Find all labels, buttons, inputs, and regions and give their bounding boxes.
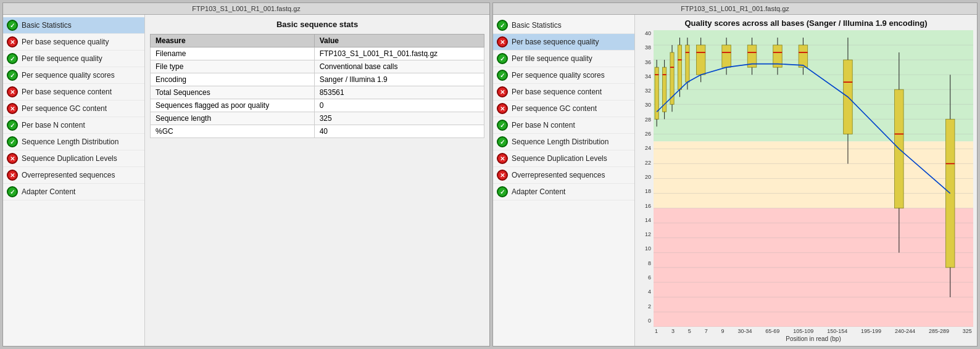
y-axis-tick: 26 xyxy=(645,131,651,137)
table-cell: Sequences flagged as poor quality xyxy=(151,99,315,112)
fail-icon xyxy=(7,86,18,97)
nav-item-seq-dup-levels[interactable]: Sequence Duplication Levels xyxy=(3,150,144,167)
table-cell: Conventional base calls xyxy=(314,60,484,73)
nav-item-per-base-content[interactable]: Per base sequence content xyxy=(493,84,634,101)
y-axis-tick: 14 xyxy=(645,217,651,223)
nav-item-label: Basic Statistics xyxy=(512,21,562,30)
pass-icon xyxy=(7,120,18,131)
nav-item-adapter-content[interactable]: Adapter Content xyxy=(3,184,144,200)
x-axis-tick: 150-154 xyxy=(827,328,847,334)
svg-rect-43 xyxy=(696,45,705,75)
svg-rect-35 xyxy=(678,45,681,89)
quality-chart-svg xyxy=(654,30,973,327)
pass-icon xyxy=(497,20,508,31)
left-panel: FTP103_S1_L001_R1_001.fastq.gz Basic Sta… xyxy=(2,2,490,347)
nav-item-per-seq-quality[interactable]: Per sequence quality scores xyxy=(493,67,634,84)
nav-item-label: Adapter Content xyxy=(22,187,75,196)
chart-wrapper: 4038363432302826242220181614121086420 xyxy=(639,30,973,342)
y-axis-tick: 36 xyxy=(645,59,651,65)
nav-item-adapter-content[interactable]: Adapter Content xyxy=(493,184,634,200)
y-axis-tick: 4 xyxy=(648,289,651,295)
nav-item-per-base-n[interactable]: Per base N content xyxy=(493,117,634,134)
nav-item-overrep-seqs[interactable]: Overrepresented sequences xyxy=(3,167,144,184)
svg-rect-39 xyxy=(686,45,689,82)
table-cell: FTP103_S1_L001_R1_001.fastq.gz xyxy=(314,47,484,60)
y-axis-tick: 24 xyxy=(645,145,651,151)
pass-icon xyxy=(497,120,508,131)
x-axis-tick: 240-244 xyxy=(895,328,915,334)
left-nav-list: Basic StatisticsPer base sequence qualit… xyxy=(3,15,145,346)
pass-icon xyxy=(497,186,508,197)
chart-area: Quality scores across all bases (Sanger … xyxy=(635,15,977,346)
nav-item-per-base-content[interactable]: Per base sequence content xyxy=(3,84,144,101)
nav-item-per-tile-quality[interactable]: Per tile sequence quality xyxy=(493,51,634,67)
nav-item-label: Per base sequence quality xyxy=(22,38,109,46)
nav-item-label: Per sequence quality scores xyxy=(22,71,115,80)
y-axis-tick: 2 xyxy=(648,303,651,310)
pass-icon xyxy=(7,136,18,147)
nav-item-label: Sequence Length Distribution xyxy=(512,138,608,146)
nav-item-seq-dup-levels[interactable]: Sequence Duplication Levels xyxy=(493,150,634,167)
nav-item-per-seq-gc[interactable]: Per sequence GC content xyxy=(493,101,634,117)
nav-item-label: Per tile sequence quality xyxy=(22,54,102,63)
stats-table-title: Basic sequence stats xyxy=(150,20,484,29)
nav-item-per-seq-gc[interactable]: Per sequence GC content xyxy=(3,101,144,117)
nav-item-basic-stats[interactable]: Basic Statistics xyxy=(493,17,634,34)
y-axis-tick: 22 xyxy=(645,160,651,166)
nav-item-per-tile-quality[interactable]: Per tile sequence quality xyxy=(3,51,144,67)
right-panel: FTP103_S1_L001_R1_001.fastq.gz Basic Sta… xyxy=(492,2,978,347)
pass-icon xyxy=(497,70,508,81)
x-axis-label: Position in read (bp) xyxy=(654,335,973,342)
y-axis-tick: 28 xyxy=(645,117,651,123)
pass-icon xyxy=(497,53,508,64)
svg-rect-47 xyxy=(722,45,731,67)
x-axis-tick: 105-109 xyxy=(793,328,813,334)
x-axis-tick: 9 xyxy=(721,328,725,334)
x-axis-tick: 325 xyxy=(963,328,972,334)
x-axis-tick: 3 xyxy=(671,328,675,334)
chart-title: Quality scores across all bases (Sanger … xyxy=(639,18,973,28)
y-axis-tick: 40 xyxy=(645,30,651,36)
x-axis-tick: 5 xyxy=(688,328,691,334)
nav-item-per-base-quality[interactable]: Per base sequence quality xyxy=(3,34,144,51)
y-axis-tick: 34 xyxy=(645,73,651,80)
table-cell: File type xyxy=(151,60,315,73)
nav-item-seq-length-dist[interactable]: Sequence Length Distribution xyxy=(3,134,144,150)
fail-icon xyxy=(7,153,18,164)
nav-item-basic-stats[interactable]: Basic Statistics xyxy=(3,17,144,34)
right-nav-list: Basic StatisticsPer base sequence qualit… xyxy=(493,15,635,346)
fail-icon xyxy=(7,36,18,47)
y-axis-tick: 6 xyxy=(648,274,651,281)
left-title-bar: FTP103_S1_L001_R1_001.fastq.gz xyxy=(3,3,489,15)
y-axis-tick: 20 xyxy=(645,174,651,180)
nav-item-per-base-quality[interactable]: Per base sequence quality xyxy=(493,34,634,51)
x-axis-tick: 30-34 xyxy=(737,328,752,334)
svg-rect-59 xyxy=(799,45,808,67)
table-cell: Total Sequences xyxy=(151,86,315,99)
y-axis-tick: 18 xyxy=(645,188,651,194)
right-panel-content: Basic StatisticsPer base sequence qualit… xyxy=(493,15,977,346)
nav-item-overrep-seqs[interactable]: Overrepresented sequences xyxy=(493,167,634,184)
x-axis-tick: 285-289 xyxy=(929,328,949,334)
svg-rect-1 xyxy=(654,141,973,208)
nav-item-label: Overrepresented sequences xyxy=(22,171,115,179)
nav-item-per-base-n[interactable]: Per base N content xyxy=(3,117,144,134)
fail-icon xyxy=(497,103,508,114)
x-axis-tick: 1 xyxy=(655,328,658,334)
y-axis-tick: 12 xyxy=(645,231,651,237)
nav-item-label: Per sequence quality scores xyxy=(512,71,605,80)
nav-item-label: Per tile sequence quality xyxy=(512,54,592,63)
table-cell: Sanger / Illumina 1.9 xyxy=(314,73,484,86)
nav-item-per-seq-quality[interactable]: Per sequence quality scores xyxy=(3,67,144,84)
x-axis-ticks: 1357930-3465-69105-109150-154195-199240-… xyxy=(654,328,973,334)
table-cell: 40 xyxy=(314,125,484,138)
table-row: Total Sequences853561 xyxy=(151,86,484,99)
fail-icon xyxy=(7,170,18,181)
table-cell: 325 xyxy=(314,112,484,125)
stats-table-area: Basic sequence stats MeasureValueFilenam… xyxy=(145,15,489,346)
table-row: FilenameFTP103_S1_L001_R1_001.fastq.gz xyxy=(151,47,484,60)
nav-item-seq-length-dist[interactable]: Sequence Length Distribution xyxy=(493,134,634,150)
chart-plot xyxy=(654,30,973,327)
x-axis-tick: 195-199 xyxy=(861,328,881,334)
y-axis-tick: 32 xyxy=(645,88,651,94)
